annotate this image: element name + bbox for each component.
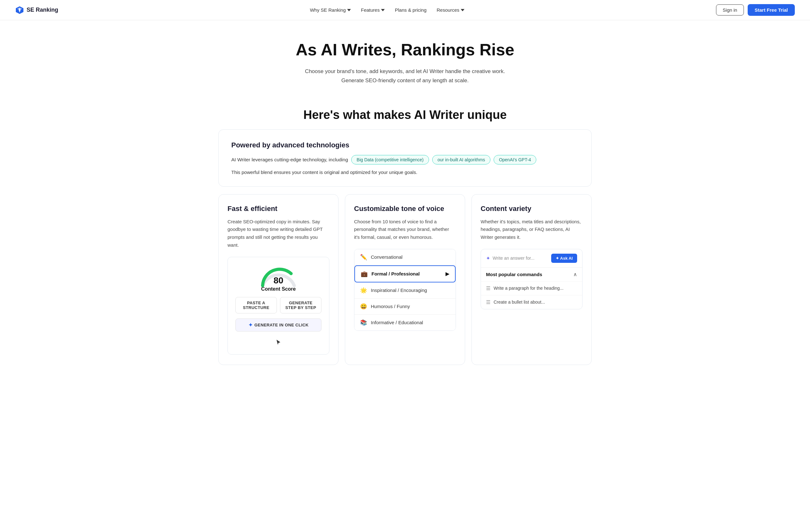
- tone-emoji-formal: 💼: [361, 270, 368, 277]
- command-item-paragraph[interactable]: ☰ Write a paragraph for the heading...: [481, 281, 582, 295]
- variety-card-title: Content variety: [481, 205, 583, 213]
- tone-item-formal[interactable]: 💼 Formal / Professional ▶: [354, 265, 456, 282]
- tone-emoji-humorous: 😄: [360, 303, 367, 310]
- ai-placeholder-text: Write an answer for...: [493, 255, 534, 261]
- paste-structure-button[interactable]: PASTE A STRUCTURE: [236, 297, 277, 313]
- nav-actions: Sign in Start Free Trial: [716, 4, 795, 16]
- fast-card: Fast & efficient Create SEO-optimized co…: [218, 194, 339, 365]
- tone-list: ✏️ Conversational 💼 Formal / Professiona…: [354, 249, 456, 331]
- cursor-indicator: [275, 339, 281, 347]
- hero-section: As AI Writes, Rankings Rise Choose your …: [269, 20, 541, 98]
- ai-sparkle-icon: ✦: [486, 255, 490, 261]
- badge-ai-algorithms: our in-built AI algorithms: [432, 155, 490, 165]
- signin-button[interactable]: Sign in: [716, 4, 744, 16]
- tone-label-inspirational: Inspirational / Encouraging: [371, 287, 427, 293]
- hero-heading: As AI Writes, Rankings Rise: [277, 40, 533, 60]
- tone-item-informative[interactable]: 📚 Informative / Educational: [354, 315, 456, 331]
- start-trial-button[interactable]: Start Free Trial: [748, 4, 795, 16]
- tone-card-title: Customizable tone of voice: [354, 205, 456, 213]
- tone-label-informative: Informative / Educational: [371, 320, 423, 325]
- powered-title: Powered by advanced technologies: [231, 141, 579, 149]
- hero-subtext: Choose your brand's tone, add keywords, …: [297, 67, 513, 85]
- powered-description: AI Writer leverages cutting-edge technol…: [231, 155, 579, 165]
- nav-links: Why SE Ranking Features Plans & pricing …: [310, 7, 464, 13]
- tone-item-inspirational[interactable]: 🌟 Inspirational / Encouraging: [354, 282, 456, 299]
- ai-widget: ✦ Write an answer for... ✦ Ask AI Most p…: [481, 249, 583, 309]
- chevron-down-icon: [461, 8, 465, 12]
- tone-item-humorous[interactable]: 😄 Humorous / Funny: [354, 299, 456, 315]
- command-label-paragraph: Write a paragraph for the heading...: [493, 286, 564, 291]
- cursor-icon-tone: ▶: [446, 271, 449, 277]
- variety-card-description: Whether it's topics, meta titles and des…: [481, 218, 583, 241]
- badge-big-data: Big Data (competitive intelligence): [351, 155, 429, 165]
- chevron-up-icon: ∧: [573, 271, 577, 277]
- logo[interactable]: SE Ranking: [15, 6, 58, 15]
- tone-label-formal: Formal / Professional: [371, 271, 420, 277]
- action-buttons-row: PASTE A STRUCTURE GENERATE STEP BY STEP: [236, 297, 322, 313]
- tone-label-conversational: Conversational: [371, 254, 403, 260]
- command-label-bullet: Create a bullet list about...: [493, 300, 545, 304]
- powered-note: This powerful blend ensures your content…: [231, 169, 579, 175]
- ai-input-area: ✦ Write an answer for...: [486, 255, 534, 261]
- score-number: 80: [273, 276, 283, 286]
- main-content: Powered by advanced technologies AI Writ…: [202, 129, 608, 378]
- sparkle-icon: ✦: [248, 322, 253, 328]
- command-item-bullet[interactable]: ☰ Create a bullet list about...: [481, 295, 582, 309]
- badge-gpt4: OpenAI's GPT-4: [493, 155, 537, 165]
- ask-ai-button[interactable]: ✦ Ask AI: [551, 254, 577, 263]
- powered-card: Powered by advanced technologies AI Writ…: [218, 129, 592, 187]
- chevron-down-icon: [381, 8, 385, 12]
- nav-plans-pricing[interactable]: Plans & pricing: [395, 7, 426, 13]
- variety-card: Content variety Whether it's topics, met…: [471, 194, 592, 365]
- chevron-down-icon: [347, 8, 351, 12]
- score-widget: 80 Content Score PASTE A STRUCTURE GENER…: [227, 257, 329, 354]
- cursor-icon: [275, 339, 281, 345]
- tone-emoji-informative: 📚: [360, 319, 367, 326]
- feature-cards-row: Fast & efficient Create SEO-optimized co…: [218, 194, 592, 378]
- tone-item-conversational[interactable]: ✏️ Conversational: [354, 249, 456, 265]
- logo-icon: [15, 6, 24, 15]
- commands-header: Most popular commands ∧: [481, 268, 582, 281]
- tone-card-description: Choose from 10 tones of voice to find a …: [354, 218, 456, 241]
- logo-text: SE Ranking: [27, 7, 58, 13]
- fast-card-title: Fast & efficient: [227, 205, 329, 213]
- command-icon: ☰: [486, 285, 490, 291]
- command-icon: ☰: [486, 299, 490, 305]
- navbar: SE Ranking Why SE Ranking Features Plans…: [0, 0, 810, 20]
- unique-section-title: Here's what makes AI Writer unique: [0, 98, 810, 129]
- nav-features[interactable]: Features: [361, 7, 385, 13]
- tone-card: Customizable tone of voice Choose from 1…: [345, 194, 465, 365]
- generate-one-click-button[interactable]: ✦ GENERATE IN ONE CLICK: [236, 318, 322, 331]
- nav-why-se-ranking[interactable]: Why SE Ranking: [310, 7, 351, 13]
- ai-input-row: ✦ Write an answer for... ✦ Ask AI: [481, 249, 582, 268]
- generate-step-by-step-button[interactable]: GENERATE STEP BY STEP: [280, 297, 322, 313]
- score-arc: 80: [259, 265, 297, 285]
- tone-label-humorous: Humorous / Funny: [371, 304, 410, 309]
- commands-title: Most popular commands: [486, 272, 542, 277]
- fast-card-description: Create SEO-optimized copy in minutes. Sa…: [227, 218, 329, 249]
- tone-emoji-conversational: ✏️: [360, 254, 367, 261]
- nav-resources[interactable]: Resources: [437, 7, 465, 13]
- tone-emoji-inspirational: 🌟: [360, 287, 367, 294]
